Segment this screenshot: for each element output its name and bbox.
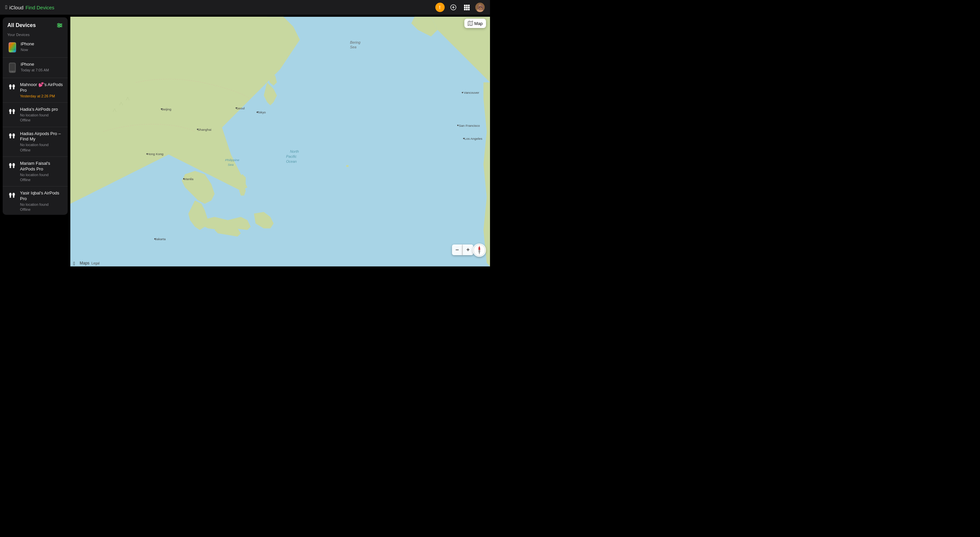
device-status-airpods-2b: Offline bbox=[20, 118, 63, 123]
map-toggle-label: Map bbox=[474, 21, 483, 26]
svg-text:Vancouver: Vancouver bbox=[464, 91, 479, 94]
map-toggle-icon bbox=[468, 21, 473, 26]
iphone-colorful-svg bbox=[8, 42, 16, 53]
airpods-icon-3 bbox=[7, 131, 17, 140]
svg-rect-40 bbox=[13, 136, 14, 139]
svg-text:Ocean: Ocean bbox=[286, 159, 297, 163]
svg-rect-12 bbox=[468, 9, 470, 10]
device-status-airpods-5b: Offline bbox=[20, 207, 63, 212]
device-name-airpods-1: Mahnoor 💕's AirPods Pro bbox=[20, 82, 63, 93]
svg-text:Pacific: Pacific bbox=[286, 155, 297, 158]
svg-point-35 bbox=[13, 109, 15, 112]
svg-text:Philippine: Philippine bbox=[225, 158, 239, 162]
device-status-airpods-3b: Offline bbox=[20, 148, 63, 153]
airpods-svg-3 bbox=[7, 131, 17, 140]
svg-rect-11 bbox=[466, 9, 468, 10]
svg-point-39 bbox=[13, 134, 15, 137]
airpods-svg-5 bbox=[7, 190, 17, 200]
svg-rect-36 bbox=[13, 112, 14, 114]
compass-svg: N bbox=[473, 244, 485, 256]
svg-text:Shanghai: Shanghai bbox=[198, 128, 212, 131]
compass[interactable]: N bbox=[473, 244, 486, 257]
svg-text:N: N bbox=[478, 247, 480, 250]
airpods-icon-5 bbox=[7, 190, 17, 200]
find-devices-text: Find Devices bbox=[25, 5, 54, 10]
device-status-iphone-1: Now bbox=[21, 47, 63, 52]
add-button[interactable] bbox=[449, 3, 458, 12]
svg-point-25 bbox=[12, 51, 13, 52]
device-item-airpods-1[interactable]: Mahnoor 💕's AirPods Pro Yesterday at 2:2… bbox=[3, 80, 68, 101]
device-item-airpods-4[interactable]: Mariam Faisal's AirPods Pro No location … bbox=[3, 158, 68, 185]
device-status-airpods-1: Yesterday at 2:26 PM bbox=[20, 94, 63, 99]
notification-button[interactable]: ! bbox=[435, 3, 445, 12]
device-status-airpods-2a: No location found bbox=[20, 113, 63, 117]
maps-footer:  Maps Legal bbox=[73, 260, 100, 266]
svg-point-37 bbox=[10, 134, 12, 137]
zoom-out-button[interactable]: − bbox=[452, 244, 463, 255]
device-status-airpods-3a: No location found bbox=[20, 142, 63, 147]
apple-logo-maps:  bbox=[73, 260, 78, 266]
svg-text:!: ! bbox=[439, 5, 441, 10]
plus-icon bbox=[450, 4, 457, 10]
zoom-controls: − + bbox=[452, 244, 473, 255]
map-container[interactable]: Bering Sea Vancouver Beijing Seoul Tokyo… bbox=[70, 15, 490, 269]
svg-rect-10 bbox=[464, 9, 466, 10]
device-info-airpods-2: Hadia's AirPods pro No location found Of… bbox=[20, 107, 63, 123]
device-item-airpods-5[interactable]: Yasir Iqbal's AirPods Pro No location fo… bbox=[3, 188, 68, 215]
device-name-iphone-1: iPhone bbox=[21, 41, 63, 47]
device-item-iphone-1[interactable]: iPhone Now bbox=[3, 39, 68, 56]
device-status-airpods-4a: No location found bbox=[20, 172, 63, 177]
svg-rect-9 bbox=[468, 7, 470, 8]
device-item-iphone-2[interactable]: iPhone Today at 7:05 AM bbox=[3, 59, 68, 76]
svg-point-60 bbox=[257, 112, 258, 113]
svg-rect-5 bbox=[466, 5, 468, 6]
airpods-svg-2 bbox=[7, 107, 17, 116]
svg-rect-24 bbox=[10, 43, 15, 50]
svg-point-29 bbox=[10, 84, 12, 88]
svg-point-58 bbox=[235, 107, 237, 109]
device-name-airpods-5: Yasir Iqbal's AirPods Pro bbox=[20, 190, 63, 202]
device-name-iphone-2: iPhone bbox=[21, 62, 63, 67]
icloud-text: iCloud bbox=[10, 5, 24, 10]
filter-button[interactable] bbox=[56, 22, 63, 29]
svg-text:North: North bbox=[290, 150, 299, 153]
airpods-svg-1 bbox=[7, 82, 17, 91]
zoom-in-button[interactable]: + bbox=[463, 244, 473, 255]
sidebar-title: All Devices bbox=[7, 22, 36, 28]
grid-button[interactable] bbox=[462, 3, 471, 12]
grid-icon bbox=[464, 4, 470, 10]
device-item-airpods-2[interactable]: Hadia's AirPods pro No location found Of… bbox=[3, 104, 68, 125]
airpods-icon-4 bbox=[7, 161, 17, 170]
svg-rect-38 bbox=[10, 136, 11, 139]
svg-text:Hong Kong: Hong Kong bbox=[147, 152, 163, 156]
maps-brand-label: Maps bbox=[80, 261, 89, 266]
maps-logo:  Maps bbox=[73, 260, 89, 266]
svg-text:Sea: Sea bbox=[350, 45, 356, 49]
svg-rect-8 bbox=[466, 7, 468, 8]
avatar[interactable]: 🐻 bbox=[475, 3, 485, 12]
device-info-airpods-4: Mariam Faisal's AirPods Pro No location … bbox=[20, 161, 63, 182]
apple-logo-icon:  bbox=[5, 4, 7, 10]
svg-point-54 bbox=[462, 92, 463, 93]
device-name-airpods-3: Hadias Airpods Pro – Find My bbox=[20, 131, 63, 142]
iphone-colorful-icon bbox=[7, 41, 18, 53]
airpods-icon-1 bbox=[7, 82, 17, 91]
divider-4 bbox=[3, 127, 68, 127]
device-item-airpods-3[interactable]: Hadias Airpods Pro – Find My No location… bbox=[3, 128, 68, 155]
main-content: All Devices Your Devices bbox=[0, 15, 490, 269]
sidebar: All Devices Your Devices bbox=[3, 18, 68, 215]
device-info-iphone-2: iPhone Today at 7:05 AM bbox=[21, 62, 63, 72]
divider-3 bbox=[3, 102, 68, 103]
svg-rect-6 bbox=[468, 5, 470, 6]
svg-point-45 bbox=[10, 193, 12, 196]
device-status-airpods-5a: No location found bbox=[20, 202, 63, 207]
device-status-airpods-4b: Offline bbox=[20, 177, 63, 182]
sidebar-header: All Devices bbox=[3, 18, 68, 31]
legal-link[interactable]: Legal bbox=[91, 261, 99, 265]
svg-point-31 bbox=[13, 84, 15, 88]
svg-rect-34 bbox=[10, 112, 11, 114]
divider-1 bbox=[3, 57, 68, 58]
svg-point-75 bbox=[463, 138, 465, 139]
map-toggle-button[interactable]: Map bbox=[465, 19, 486, 28]
device-info-iphone-1: iPhone Now bbox=[21, 41, 63, 52]
